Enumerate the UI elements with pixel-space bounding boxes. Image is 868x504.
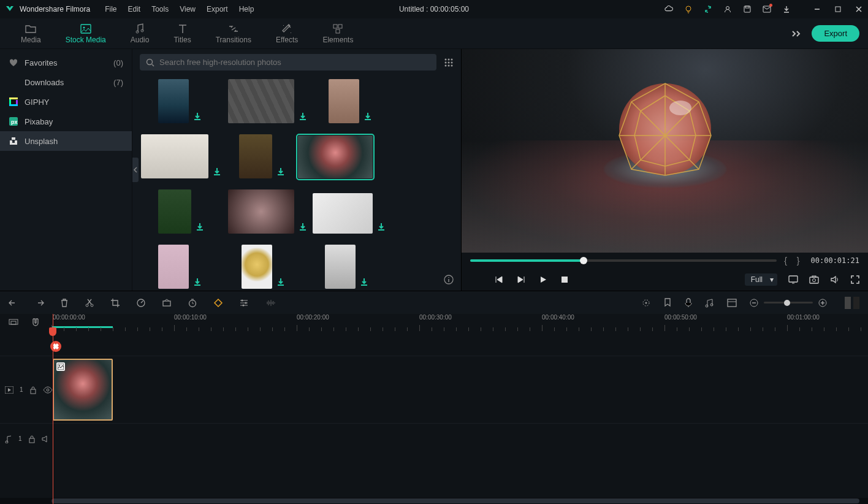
marker-button[interactable] — [663, 298, 672, 308]
render-button[interactable] — [641, 298, 651, 308]
record-voice-button[interactable] — [684, 298, 693, 308]
prev-frame-button[interactable] — [495, 275, 503, 284]
media-thumb[interactable] — [313, 193, 373, 234]
lock-icon[interactable] — [29, 386, 37, 394]
expand-tabs-icon[interactable] — [791, 29, 802, 38]
color-button[interactable] — [162, 298, 172, 308]
audio-track-body[interactable] — [51, 424, 868, 454]
cloud-icon[interactable] — [664, 5, 673, 13]
detach-button[interactable] — [727, 299, 737, 307]
tab-elements[interactable]: Elements — [310, 21, 365, 47]
display-icon[interactable] — [788, 275, 798, 284]
lightbulb-icon[interactable] — [684, 5, 693, 13]
sidebar-item-giphy[interactable]: GIPHY — [0, 92, 132, 112]
volume-icon[interactable] — [830, 275, 840, 284]
timeline-view-tabs[interactable] — [845, 297, 859, 309]
sidebar-item-unsplash[interactable]: Unsplash — [0, 131, 132, 151]
download-icon[interactable] — [782, 5, 791, 13]
media-thumb[interactable] — [242, 245, 272, 289]
save-icon[interactable] — [743, 5, 752, 13]
scrub-handle[interactable] — [580, 257, 587, 264]
export-button[interactable]: Export — [812, 25, 859, 42]
media-thumb[interactable] — [158, 79, 189, 123]
media-thumb[interactable] — [158, 189, 191, 234]
minimize-button[interactable] — [813, 5, 821, 13]
zoom-handle[interactable] — [784, 300, 790, 306]
fullscreen-icon[interactable] — [851, 275, 859, 284]
redo-button[interactable] — [34, 299, 44, 307]
menu-edit[interactable]: Edit — [128, 5, 141, 13]
sidebar-item-pixabay[interactable]: px Pixabay — [0, 112, 132, 131]
media-thumb[interactable] — [325, 245, 356, 289]
tab-titles[interactable]: Titles — [161, 21, 203, 47]
playhead[interactable] — [53, 314, 53, 504]
scrub-track[interactable] — [470, 259, 777, 262]
info-icon[interactable] — [444, 275, 454, 284]
selection-range[interactable] — [51, 326, 113, 328]
media-thumb[interactable] — [228, 79, 294, 123]
next-frame-button[interactable] — [517, 275, 525, 284]
video-track-body[interactable] — [51, 356, 868, 423]
play-button[interactable] — [539, 275, 547, 284]
download-icon[interactable] — [277, 167, 284, 176]
video-clip[interactable] — [53, 359, 113, 421]
download-icon[interactable] — [194, 278, 201, 286]
download-icon[interactable] — [360, 278, 368, 286]
zoom-out-button[interactable] — [749, 298, 759, 308]
grid-view-icon[interactable] — [444, 58, 454, 67]
audio-mixer-button[interactable] — [705, 298, 715, 308]
mute-icon[interactable] — [42, 435, 50, 443]
snapshot-icon[interactable] — [809, 275, 819, 284]
split-button[interactable] — [85, 298, 94, 308]
sidebar-item-favorites[interactable]: Favorites(0) — [0, 53, 132, 72]
mail-icon[interactable] — [763, 5, 771, 13]
download-icon[interactable] — [277, 278, 284, 286]
adjust-button[interactable] — [239, 299, 249, 307]
preview-viewport[interactable] — [462, 49, 868, 253]
audio-wave-button[interactable] — [265, 299, 276, 307]
delete-button[interactable] — [60, 298, 69, 308]
menu-tools[interactable]: Tools — [151, 5, 169, 13]
download-icon[interactable] — [299, 223, 306, 231]
undo-button[interactable] — [9, 299, 18, 307]
stop-button[interactable] — [561, 276, 568, 283]
media-thumb[interactable] — [158, 245, 189, 289]
download-icon[interactable] — [378, 223, 385, 231]
tab-media[interactable]: Media — [9, 21, 53, 47]
tab-effects[interactable]: Effects — [264, 21, 310, 47]
timeline-ruler[interactable]: 00:00:00:00 00:00:10:00 00:00:20:00 00:0… — [51, 314, 868, 331]
maximize-button[interactable] — [834, 5, 842, 13]
media-thumb-selected[interactable] — [298, 136, 373, 178]
media-thumb[interactable] — [228, 189, 294, 234]
zoom-track[interactable] — [764, 302, 813, 304]
sync-icon[interactable] — [704, 5, 712, 13]
download-icon[interactable] — [299, 112, 306, 121]
in-out-brackets[interactable]: { } — [784, 256, 803, 265]
menu-help[interactable]: Help — [239, 5, 254, 13]
download-icon[interactable] — [194, 112, 201, 121]
quality-select[interactable]: Full ▾ — [745, 273, 777, 286]
media-thumb[interactable] — [141, 134, 208, 178]
timeline-scale-icon[interactable] — [9, 318, 18, 327]
menu-view[interactable]: View — [180, 5, 196, 13]
tab-transitions[interactable]: Transitions — [204, 21, 264, 47]
search-input[interactable] — [159, 58, 430, 67]
menu-file[interactable]: File — [105, 5, 116, 13]
search-box[interactable] — [140, 54, 436, 71]
sidebar-item-downloads[interactable]: Downloads(7) — [0, 72, 132, 92]
media-thumb[interactable] — [329, 79, 359, 123]
crop-button[interactable] — [110, 298, 120, 308]
download-icon[interactable] — [364, 112, 371, 121]
menu-export[interactable]: Export — [207, 5, 228, 13]
download-icon[interactable] — [213, 167, 221, 176]
speed-button[interactable] — [136, 298, 146, 308]
timeline-marker[interactable] — [50, 341, 61, 352]
timeline-scrollbar[interactable] — [0, 498, 868, 504]
tab-audio[interactable]: Audio — [118, 21, 162, 47]
magnet-icon[interactable] — [31, 318, 40, 327]
download-icon[interactable] — [196, 223, 204, 231]
close-button[interactable] — [855, 5, 863, 13]
scrollbar-thumb[interactable] — [51, 498, 859, 503]
tab-stock-media[interactable]: Stock Media — [53, 21, 118, 47]
zoom-in-button[interactable] — [818, 298, 828, 308]
